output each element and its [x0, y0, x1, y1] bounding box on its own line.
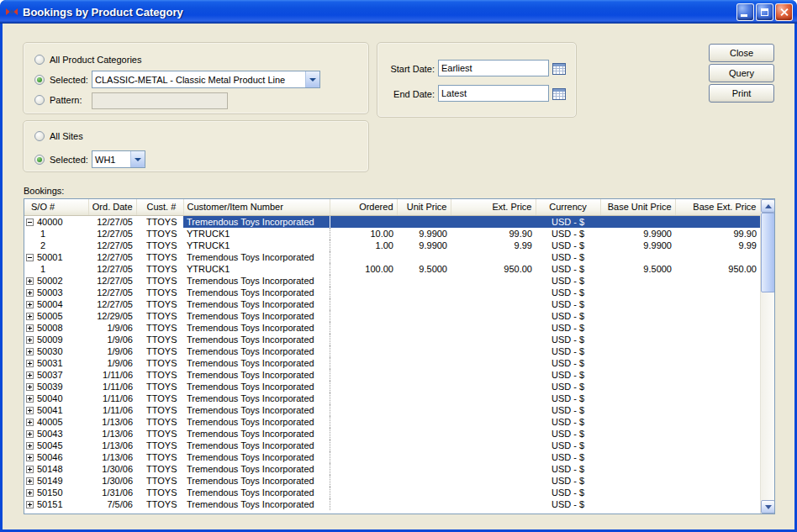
table-cell[interactable]: Tremendous Toys Incorporated: [183, 428, 330, 440]
table-cell[interactable]: [600, 440, 675, 451]
table-cell[interactable]: TTOYS: [136, 310, 183, 322]
booking-row[interactable]: 500311/9/06TTOYSTremendous Toys Incorpor…: [24, 357, 760, 369]
booking-row[interactable]: 500401/11/06TTOYSTremendous Toys Incorpo…: [24, 392, 760, 404]
site-combobox-button[interactable]: [130, 151, 145, 167]
expand-icon[interactable]: [26, 489, 34, 497]
expand-icon[interactable]: [26, 430, 34, 438]
column-header-customer-item-number[interactable]: Customer/Item Number: [183, 199, 330, 215]
site-combobox[interactable]: WH1: [92, 150, 145, 168]
table-cell[interactable]: [397, 475, 451, 487]
table-cell[interactable]: [600, 298, 675, 310]
table-cell[interactable]: USD - $: [536, 369, 600, 381]
table-cell[interactable]: [600, 369, 675, 381]
table-cell[interactable]: 50008: [24, 322, 88, 334]
table-cell[interactable]: 1: [24, 263, 88, 275]
booking-row[interactable]: 5000512/29/05TTOYSTremendous Toys Incorp…: [24, 310, 760, 322]
all-product-categories-radio[interactable]: [34, 55, 45, 65]
expand-icon[interactable]: [26, 371, 34, 379]
table-cell[interactable]: [330, 487, 397, 498]
table-cell[interactable]: Tremendous Toys Incorporated: [183, 310, 330, 322]
table-cell[interactable]: USD - $: [536, 334, 600, 345]
table-cell[interactable]: YTRUCK1: [183, 240, 330, 251]
expand-icon[interactable]: [26, 360, 34, 367]
booking-row[interactable]: 500301/9/06TTOYSTremendous Toys Incorpor…: [24, 345, 760, 357]
table-cell[interactable]: 50045: [24, 440, 88, 451]
start-date-input[interactable]: [438, 60, 549, 76]
table-cell[interactable]: USD - $: [536, 404, 600, 416]
query-button[interactable]: Query: [709, 64, 774, 82]
table-cell[interactable]: 50043: [24, 428, 88, 440]
maximize-button[interactable]: [756, 3, 773, 21]
table-cell[interactable]: [330, 451, 397, 463]
table-cell[interactable]: [600, 215, 675, 228]
pattern-radio[interactable]: [34, 95, 45, 105]
table-cell[interactable]: 50148: [24, 463, 88, 475]
table-cell[interactable]: [330, 298, 397, 310]
table-cell[interactable]: 1/13/06: [88, 428, 136, 440]
table-cell[interactable]: [600, 451, 675, 463]
table-cell[interactable]: USD - $: [536, 287, 600, 298]
table-cell[interactable]: TTOYS: [136, 369, 183, 381]
table-cell[interactable]: Tremendous Toys Incorporated: [183, 498, 330, 510]
table-cell[interactable]: [330, 498, 397, 510]
category-combobox[interactable]: CLASSIC-METAL - Classic Metal Product Li…: [92, 71, 320, 88]
table-cell[interactable]: USD - $: [536, 428, 600, 440]
table-cell[interactable]: [397, 345, 451, 357]
all-sites-radio[interactable]: [34, 131, 45, 141]
table-cell[interactable]: [330, 416, 397, 428]
expand-icon[interactable]: [26, 501, 34, 508]
scroll-down-button[interactable]: [761, 500, 775, 514]
table-cell[interactable]: Tremendous Toys Incorporated: [183, 251, 330, 263]
table-cell[interactable]: [330, 475, 397, 487]
table-cell[interactable]: Tremendous Toys Incorporated: [183, 381, 330, 392]
booking-row[interactable]: 112/27/05TTOYSYTRUCK1100.009.5000950.00U…: [24, 263, 760, 275]
table-cell[interactable]: [397, 498, 451, 510]
table-cell[interactable]: 12/27/05: [88, 298, 136, 310]
booking-row[interactable]: 400051/13/06TTOYSTremendous Toys Incorpo…: [24, 416, 760, 428]
table-cell[interactable]: 50040: [24, 392, 88, 404]
column-header-base-unit-price[interactable]: Base Unit Price: [600, 199, 675, 215]
table-cell[interactable]: Tremendous Toys Incorporated: [183, 463, 330, 475]
table-cell[interactable]: [675, 334, 760, 345]
expand-icon[interactable]: [26, 454, 34, 461]
table-cell[interactable]: [397, 287, 451, 298]
table-cell[interactable]: 1/30/06: [88, 475, 136, 487]
table-cell[interactable]: 950.00: [675, 263, 760, 275]
table-cell[interactable]: 9.9900: [397, 228, 451, 240]
table-cell[interactable]: TTOYS: [136, 392, 183, 404]
booking-row[interactable]: 500081/9/06TTOYSTremendous Toys Incorpor…: [24, 322, 760, 334]
table-cell[interactable]: [330, 392, 397, 404]
table-cell[interactable]: Tremendous Toys Incorporated: [183, 440, 330, 451]
selected-category-radio[interactable]: [34, 75, 45, 85]
table-cell[interactable]: TTOYS: [136, 440, 183, 451]
table-cell[interactable]: 1/11/06: [88, 392, 136, 404]
table-cell[interactable]: [330, 381, 397, 392]
table-cell[interactable]: TTOYS: [136, 451, 183, 463]
column-header-currency[interactable]: Currency: [536, 199, 600, 215]
table-cell[interactable]: 12/27/05: [88, 251, 136, 263]
table-cell[interactable]: [600, 428, 675, 440]
booking-row[interactable]: 501491/30/06TTOYSTremendous Toys Incorpo…: [24, 475, 760, 487]
table-cell[interactable]: TTOYS: [136, 381, 183, 392]
table-cell[interactable]: USD - $: [536, 298, 600, 310]
table-cell[interactable]: [330, 334, 397, 345]
table-cell[interactable]: [330, 369, 397, 381]
table-cell[interactable]: [330, 463, 397, 475]
table-cell[interactable]: TTOYS: [136, 240, 183, 251]
print-button[interactable]: Print: [709, 84, 774, 103]
table-cell[interactable]: USD - $: [536, 275, 600, 287]
table-cell[interactable]: [675, 428, 760, 440]
scrollbar-thumb[interactable]: [761, 213, 775, 292]
table-cell[interactable]: 40005: [24, 416, 88, 428]
table-cell[interactable]: [330, 345, 397, 357]
booking-row[interactable]: 5000112/27/05TTOYSTremendous Toys Incorp…: [24, 251, 760, 263]
table-cell[interactable]: [330, 310, 397, 322]
table-cell[interactable]: USD - $: [536, 310, 600, 322]
start-date-calendar-icon[interactable]: [552, 61, 567, 76]
collapse-icon[interactable]: [26, 254, 34, 261]
table-cell[interactable]: [451, 275, 536, 287]
table-cell[interactable]: TTOYS: [136, 228, 183, 240]
table-cell[interactable]: USD - $: [536, 451, 600, 463]
expand-icon[interactable]: [26, 336, 34, 344]
table-cell[interactable]: [451, 487, 536, 498]
